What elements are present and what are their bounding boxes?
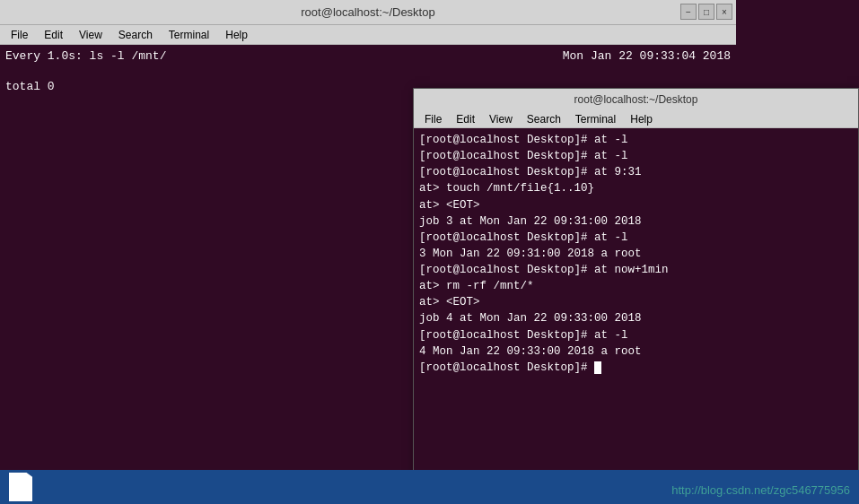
fg-menu-edit[interactable]: Edit — [449, 111, 482, 127]
close-button[interactable]: × — [716, 4, 732, 20]
terminal-line: at> touch /mnt/file{1..10} — [419, 180, 853, 196]
terminal-line: at> rm -rf /mnt/* — [419, 278, 853, 294]
minimize-button[interactable]: − — [680, 4, 697, 20]
terminal-line: [root@localhost Desktop]# at 9:31 — [419, 164, 853, 180]
bg-menu-edit[interactable]: Edit — [37, 27, 70, 43]
watermark-text: http://blog.csdn.net/zgc546775956 — [671, 483, 850, 497]
foreground-terminal: root@localhost:~/Desktop File Edit View … — [413, 88, 859, 491]
fg-window-title: root@localhost:~/Desktop — [574, 93, 698, 106]
terminal-line: 4 Mon Jan 22 09:33:00 2018 a root — [419, 343, 853, 360]
bg-window-title: root@localhost:~/Desktop — [301, 5, 434, 19]
terminal-cursor — [594, 361, 601, 374]
bg-menu-bar: File Edit View Search Terminal Help — [0, 25, 736, 45]
terminal-line: [root@localhost Desktop]# at now+1min — [419, 262, 853, 278]
fg-terminal-content: [root@localhost Desktop]# at -l[root@loc… — [414, 128, 858, 491]
terminal-line: job 3 at Mon Jan 22 09:31:00 2018 — [419, 213, 853, 230]
bg-menu-terminal[interactable]: Terminal — [162, 27, 216, 43]
terminal-line: [root@localhost Desktop]# — [419, 360, 853, 376]
terminal-line: 3 Mon Jan 22 09:31:00 2018 a root — [419, 246, 853, 262]
bg-menu-help[interactable]: Help — [218, 27, 255, 43]
fg-menu-help[interactable]: Help — [623, 111, 660, 127]
terminal-line: [root@localhost Desktop]# at -l — [419, 148, 853, 164]
terminal-line: job 4 at Mon Jan 22 09:33:00 2018 — [419, 310, 853, 326]
fg-menu-search[interactable]: Search — [520, 111, 568, 127]
taskbar-left — [9, 473, 32, 501]
fg-title-bar: root@localhost:~/Desktop — [414, 89, 858, 110]
fg-menu-bar: File Edit View Search Terminal Help — [414, 110, 858, 128]
bg-menu-view[interactable]: View — [72, 27, 110, 43]
terminal-line: [root@localhost Desktop]# at -l — [419, 132, 853, 148]
watch-header: Every 1.0s: ls -l /mnt/ Mon Jan 22 09:33… — [5, 48, 731, 65]
bg-window-controls[interactable]: − □ × — [680, 4, 732, 20]
terminal-line: at> <EOT> — [419, 197, 853, 213]
terminal-line: [root@localhost Desktop]# at -l — [419, 230, 853, 246]
taskbar-file-icon[interactable] — [9, 473, 32, 501]
terminal-line: at> <EOT> — [419, 294, 853, 310]
fg-menu-file[interactable]: File — [417, 111, 449, 127]
bg-menu-file[interactable]: File — [4, 27, 35, 43]
fg-menu-view[interactable]: View — [482, 111, 520, 127]
watch-time: Mon Jan 22 09:33:04 2018 — [563, 48, 731, 65]
fg-menu-terminal[interactable]: Terminal — [568, 111, 623, 127]
watch-command: Every 1.0s: ls -l /mnt/ — [5, 48, 166, 65]
bg-menu-search[interactable]: Search — [111, 27, 160, 43]
terminal-line: [root@localhost Desktop]# at -l — [419, 327, 853, 343]
maximize-button[interactable]: □ — [698, 4, 714, 20]
bg-title-bar: root@localhost:~/Desktop − □ × — [0, 0, 736, 25]
